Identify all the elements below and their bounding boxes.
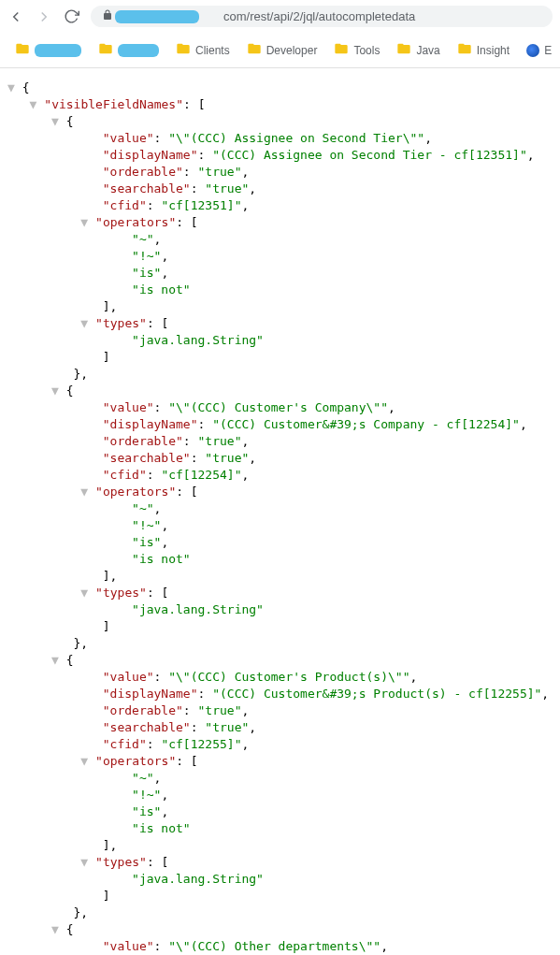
json-content: ▼ { ▼ "visibleFieldNames": [ ▼ { "value"… (0, 68, 560, 955)
bookmark-ext[interactable]: E (521, 41, 557, 60)
bookmark-label: Developer (266, 44, 318, 57)
folder-icon (334, 41, 349, 59)
redaction-bookmark (118, 44, 159, 57)
browser-toolbar: com/rest/api/2/jql/autocompletedata (0, 0, 560, 33)
url-text: com/rest/api/2/jql/autocompletedata (223, 9, 415, 23)
folder-icon (396, 41, 411, 59)
bookmark-label: Clients (195, 44, 230, 57)
redaction-url (115, 10, 199, 23)
redaction-bookmark (35, 44, 81, 57)
lock-icon (102, 9, 113, 23)
bookmark-item[interactable] (93, 38, 165, 62)
bookmark-label: Java (416, 44, 439, 57)
bookmarks-bar: Clients Developer Tools Java Insight E (0, 33, 560, 68)
bookmark-item[interactable] (9, 38, 87, 62)
back-icon[interactable] (7, 8, 24, 25)
bookmark-java[interactable]: Java (391, 38, 445, 62)
folder-icon (98, 41, 113, 59)
bookmark-label: Insight (477, 44, 510, 57)
bookmark-label: Tools (353, 44, 380, 57)
reload-icon[interactable] (64, 8, 79, 24)
folder-icon (457, 41, 472, 59)
bookmark-clients[interactable]: Clients (170, 38, 236, 62)
folder-icon (247, 41, 262, 59)
extension-icon (526, 44, 539, 57)
bookmark-developer[interactable]: Developer (241, 38, 323, 62)
address-bar[interactable]: com/rest/api/2/jql/autocompletedata (91, 6, 553, 27)
bookmark-tools[interactable]: Tools (328, 38, 385, 62)
bookmark-insight[interactable]: Insight (452, 38, 515, 62)
folder-icon (176, 41, 191, 59)
forward-icon[interactable] (36, 8, 52, 25)
bookmark-label: E (544, 44, 552, 57)
folder-icon (15, 41, 30, 59)
